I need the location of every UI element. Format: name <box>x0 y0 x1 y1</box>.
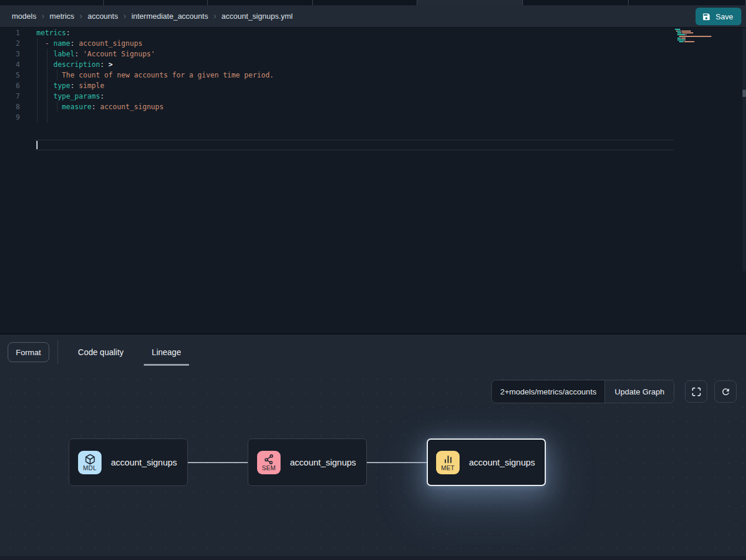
breadcrumb-separator-icon: › <box>79 11 82 21</box>
lineage-controls: Update Graph <box>491 380 737 403</box>
graph-bottom-strip <box>0 556 746 560</box>
active-tab-underline <box>144 364 190 366</box>
lineage-graph-canvas[interactable]: Update Graph <box>0 366 746 560</box>
indent-guide <box>37 38 38 123</box>
lineage-edge <box>367 462 427 463</box>
code-line[interactable]: 7 type_params: <box>0 91 746 102</box>
node-type-badge: SEM <box>257 451 281 474</box>
line-number: 5 <box>0 70 26 80</box>
code-text: type_params: <box>26 91 104 102</box>
node-type-badge: MET <box>436 451 460 474</box>
code-line[interactable]: 8 measure: account_signups <box>0 102 746 112</box>
refresh-graph-button[interactable] <box>714 380 737 403</box>
breadcrumb-item[interactable]: intermediate_accounts <box>131 12 208 21</box>
text-cursor <box>36 141 38 149</box>
breadcrumb-item[interactable]: models <box>12 12 36 21</box>
tab-label: Code quality <box>78 348 124 357</box>
code-text <box>26 112 36 123</box>
bottom-panel: Format Code qualityLineage Update Graph <box>0 333 746 560</box>
code-line[interactable]: 4 description: > <box>0 59 746 70</box>
code-text: metrics: <box>26 28 70 38</box>
line-number: 8 <box>0 102 26 112</box>
browser-tab[interactable] <box>629 0 746 5</box>
node-type-label: SEM <box>262 465 276 471</box>
semantic-network-icon <box>264 454 275 465</box>
indent-guide <box>57 102 58 112</box>
lineage-filter-group: Update Graph <box>491 380 674 403</box>
save-button-label: Save <box>715 12 733 21</box>
editor-scrollbar[interactable] <box>742 28 746 271</box>
browser-tab[interactable] <box>417 0 523 5</box>
breadcrumb-item[interactable]: account_signups.yml <box>221 12 292 21</box>
code-line[interactable]: 1metrics: <box>0 28 746 38</box>
code-editor[interactable]: 1metrics:2 - name: account_signups3 labe… <box>0 28 746 333</box>
lineage-filter-input[interactable] <box>492 380 605 403</box>
lineage-edge <box>188 462 248 463</box>
line-number: 6 <box>0 80 26 91</box>
breadcrumb-separator-icon: › <box>214 11 217 21</box>
node-label: account_signups <box>290 457 356 467</box>
ide-window: models›metrics›accounts›intermediate_acc… <box>0 0 746 560</box>
lineage-node-met[interactable]: METaccount_signups <box>427 438 546 486</box>
panel-tabs: Code qualityLineage <box>58 338 190 366</box>
line-number: 9 <box>0 112 26 123</box>
node-type-label: MDL <box>83 465 96 471</box>
browser-tab[interactable] <box>523 0 629 5</box>
browser-tab[interactable] <box>208 0 313 5</box>
code-text: type: simple <box>26 80 104 91</box>
fullscreen-icon <box>691 387 701 397</box>
browser-tab[interactable] <box>104 0 208 5</box>
indent-guide <box>57 70 58 80</box>
metric-chart-icon <box>443 454 454 465</box>
breadcrumb-separator-icon: › <box>123 11 126 21</box>
refresh-icon <box>721 387 731 397</box>
fullscreen-button[interactable] <box>685 380 707 403</box>
node-label: account_signups <box>469 457 535 467</box>
line-number: 2 <box>0 38 26 49</box>
breadcrumb-separator-icon: › <box>42 11 45 21</box>
update-graph-button[interactable]: Update Graph <box>605 380 674 403</box>
code-line[interactable]: 6 type: simple <box>0 80 746 91</box>
tab-label: Lineage <box>152 348 181 357</box>
tab-lineage[interactable]: Lineage <box>144 338 190 366</box>
panel-tabs-row: Format Code qualityLineage <box>0 338 746 366</box>
node-type-label: MET <box>441 465 454 471</box>
indent-guide <box>47 49 48 123</box>
browser-tab[interactable] <box>313 0 417 5</box>
line-number: 1 <box>0 28 26 38</box>
save-icon <box>702 12 711 21</box>
code-line[interactable]: 3 label: 'Account Signups' <box>0 49 746 59</box>
code-text: The count of new accounts for a given ti… <box>26 70 274 80</box>
breadcrumb: models›metrics›accounts›intermediate_acc… <box>12 12 293 21</box>
tab-code-quality[interactable]: Code quality <box>70 338 132 366</box>
node-type-badge: MDL <box>78 451 102 474</box>
minimap[interactable] <box>675 29 714 45</box>
breadcrumb-item[interactable]: accounts <box>87 12 118 21</box>
code-text: - name: account_signups <box>26 38 143 49</box>
node-label: account_signups <box>111 457 177 467</box>
code-line[interactable]: 2 - name: account_signups <box>0 38 746 49</box>
code-text: label: 'Account Signups' <box>26 49 155 59</box>
line-number: 7 <box>0 91 26 102</box>
top-tab-strip <box>0 0 746 5</box>
code-line[interactable]: 9 <box>0 112 746 123</box>
line-number: 4 <box>0 59 26 70</box>
line-number: 3 <box>0 49 26 59</box>
code-text: description: > <box>26 59 113 70</box>
lineage-node-sem[interactable]: SEMaccount_signups <box>248 438 367 486</box>
browser-tab[interactable] <box>0 0 104 5</box>
breadcrumb-bar: models›metrics›accounts›intermediate_acc… <box>0 5 746 28</box>
code-lines: 1metrics:2 - name: account_signups3 labe… <box>0 28 746 123</box>
lineage-node-mdl[interactable]: MDLaccount_signups <box>69 438 188 486</box>
breadcrumb-item[interactable]: metrics <box>50 12 75 21</box>
save-button[interactable]: Save <box>696 8 741 25</box>
code-line[interactable]: 5 The count of new accounts for a given … <box>0 70 746 80</box>
active-tab-underline <box>70 364 132 366</box>
editor-scrollbar-thumb[interactable] <box>742 90 746 97</box>
model-cube-icon <box>85 454 96 465</box>
active-line-highlight <box>35 140 673 150</box>
format-button[interactable]: Format <box>8 342 49 362</box>
